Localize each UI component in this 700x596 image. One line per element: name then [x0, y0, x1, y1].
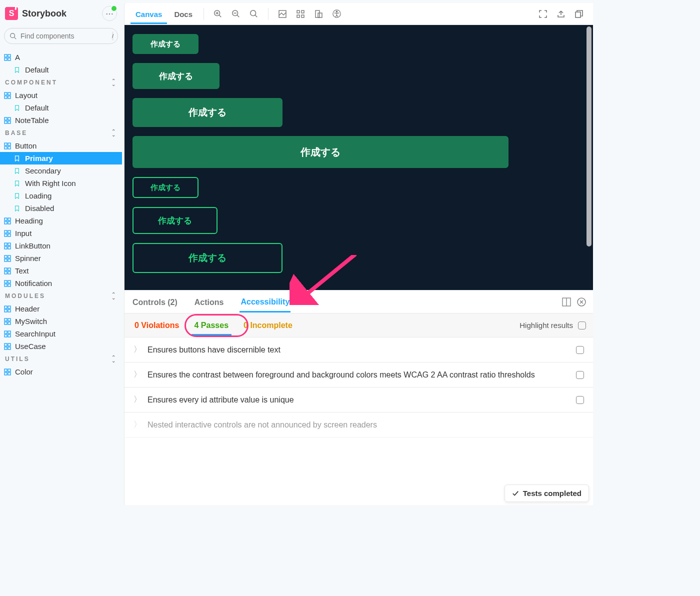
zoom-reset-icon[interactable] [246, 6, 262, 22]
story-icon [14, 168, 21, 174]
component-header[interactable]: Header [0, 302, 122, 315]
tab-actions[interactable]: Actions [194, 292, 225, 312]
highlight-checkbox[interactable] [578, 322, 586, 330]
tree-label: Disabled [25, 204, 54, 212]
grid-icon[interactable] [292, 6, 308, 22]
svg-rect-12 [8, 121, 10, 124]
component-heading[interactable]: Heading [0, 214, 122, 227]
svg-rect-21 [4, 230, 7, 233]
tree-label: UseCase [15, 342, 46, 350]
zoom-in-icon[interactable] [210, 6, 226, 22]
component-searchinput[interactable]: SearchInput [0, 328, 122, 340]
search-box[interactable]: / [4, 28, 118, 44]
tree-label: Secondary [25, 166, 61, 175]
tab-accessibility[interactable]: Accessibility [240, 292, 290, 312]
tab-canvas[interactable]: Canvas [130, 4, 167, 24]
viewport-icon[interactable] [310, 6, 326, 22]
component-A[interactable]: A [0, 51, 122, 64]
panel-orientation-icon[interactable] [562, 298, 571, 306]
story-icon [14, 192, 21, 200]
component-color[interactable]: Color [0, 366, 122, 378]
tab-docs[interactable]: Docs [169, 4, 198, 24]
demo-button-medium[interactable]: 作成する [132, 63, 220, 89]
story-primary[interactable]: Primary [0, 152, 122, 164]
story-default[interactable]: Default [0, 64, 122, 76]
a11y-rule-row[interactable]: 〉 Nested interactive controls are not an… [124, 412, 593, 438]
shortcuts-menu-button[interactable]: ⋯ [102, 6, 117, 21]
svg-rect-36 [8, 272, 10, 274]
component-notification[interactable]: Notification [0, 277, 122, 290]
a11y-rule-row[interactable]: 〉 Ensures the contrast between foregroun… [124, 362, 593, 388]
tree-label: LinkButton [15, 242, 50, 250]
a11y-rule-row[interactable]: 〉 Ensures buttons have discernible text [124, 338, 593, 362]
svg-rect-35 [4, 272, 7, 274]
component-linkbutton[interactable]: LinkButton [0, 240, 122, 252]
check-icon [512, 490, 519, 497]
section-title: BASE [5, 130, 28, 136]
component-icon [4, 117, 11, 124]
svg-rect-34 [8, 268, 10, 270]
demo-button-small[interactable]: 作成する [132, 34, 198, 54]
section-title: COMPONENT [5, 79, 58, 86]
fullscreen-icon[interactable] [535, 6, 551, 22]
highlight-results-toggle[interactable]: Highlight results [520, 321, 586, 330]
a11y-violations-tab[interactable]: 0 Violations [132, 315, 182, 336]
section-modules[interactable]: MODULES ⌃⌄ [0, 290, 122, 302]
component-usecase[interactable]: UseCase [0, 340, 122, 352]
svg-rect-47 [4, 322, 7, 324]
a11y-passes-tab[interactable]: 4 Passes [192, 315, 232, 336]
component-spinner[interactable]: Spinner [0, 252, 122, 264]
svg-rect-10 [8, 118, 10, 120]
rule-checkbox[interactable] [576, 346, 584, 354]
a11y-incomplete-tab[interactable]: 0 Incomplete [240, 315, 296, 336]
component-myswitch[interactable]: MySwitch [0, 315, 122, 328]
component-text[interactable]: Text [0, 264, 122, 277]
rule-checkbox[interactable] [576, 371, 584, 379]
story-loading[interactable]: Loading [0, 190, 122, 202]
svg-point-72 [336, 11, 338, 12]
background-icon[interactable] [274, 6, 290, 22]
demo-button-full[interactable]: 作成する [132, 136, 508, 168]
logo[interactable]: S Storybook [5, 7, 66, 20]
close-panel-icon[interactable] [577, 298, 586, 306]
component-button[interactable]: Button [0, 140, 122, 152]
svg-rect-43 [4, 310, 7, 312]
demo-button-large[interactable]: 作成する [132, 98, 282, 127]
section-base[interactable]: BASE ⌃⌄ [0, 126, 122, 140]
demo-button-outline-large[interactable]: 作成する [132, 243, 282, 273]
component-icon [4, 242, 11, 250]
story-with-right-icon[interactable]: With Right Icon [0, 177, 122, 190]
component-input[interactable]: Input [0, 227, 122, 240]
demo-button-outline-medium[interactable]: 作成する [132, 207, 218, 234]
section-component[interactable]: COMPONENT ⌃⌄ [0, 76, 122, 89]
svg-rect-52 [8, 334, 10, 337]
svg-rect-53 [4, 344, 7, 346]
component-icon [4, 255, 11, 262]
canvas-scrollbar[interactable] [586, 26, 592, 246]
divider [204, 8, 204, 20]
chevron-right-icon: 〉 [134, 420, 140, 430]
svg-rect-15 [4, 146, 7, 149]
demo-button-outline-small[interactable]: 作成する [132, 177, 198, 198]
story-secondary[interactable]: Secondary [0, 164, 122, 177]
section-utils[interactable]: UTILS ⌃⌄ [0, 352, 122, 366]
expand-collapse-icon: ⌃⌄ [112, 292, 117, 300]
zoom-out-icon[interactable] [228, 6, 244, 22]
search-input[interactable] [20, 32, 108, 40]
component-notetable[interactable]: NoteTable [0, 114, 122, 126]
svg-rect-39 [4, 284, 7, 286]
tab-controls[interactable]: Controls (2) [132, 292, 178, 312]
copy-link-icon[interactable] [571, 6, 587, 22]
accessibility-icon[interactable] [328, 6, 344, 22]
tests-completed-badge: Tests completed [504, 484, 589, 502]
component-icon [4, 268, 11, 274]
rule-checkbox[interactable] [576, 396, 584, 404]
component-layout[interactable]: Layout [0, 89, 122, 102]
svg-rect-8 [8, 96, 10, 98]
story-default[interactable]: Default [0, 102, 122, 114]
story-icon [14, 66, 21, 74]
open-in-new-icon[interactable] [553, 6, 569, 22]
story-disabled[interactable]: Disabled [0, 202, 122, 214]
a11y-rule-row[interactable]: 〉 Ensures every id attribute value is un… [124, 388, 593, 412]
component-icon [4, 92, 11, 99]
